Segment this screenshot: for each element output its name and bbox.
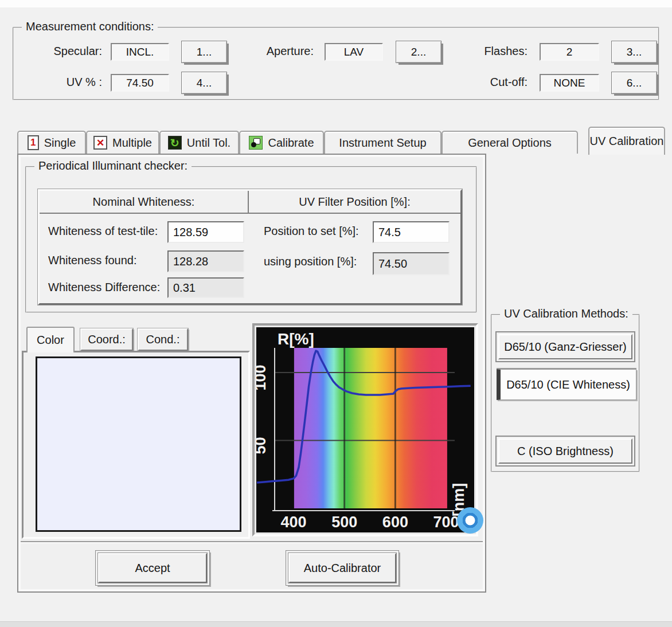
result-tab-cond-label: Cond.:: [146, 333, 180, 346]
tab-single[interactable]: 1 Single: [17, 131, 86, 154]
whiteness-found-label: Whiteness found:: [48, 254, 137, 267]
svg-text:50: 50: [256, 437, 269, 454]
aperture-value-field[interactable]: LAV: [325, 43, 383, 61]
spectral-chart: R[%]50100400500600700[nm]: [256, 327, 474, 532]
svg-text:600: 600: [382, 514, 408, 531]
column-nominal-whiteness: Nominal Whiteness:: [40, 195, 248, 209]
method-iso-brightness-frame: C (ISO Brightness): [495, 436, 635, 467]
whiteness-found-field: [167, 250, 244, 272]
single-measurement-icon: 1: [28, 135, 39, 150]
uv-percent-value-field[interactable]: 74.50: [111, 74, 169, 92]
accept-button[interactable]: Accept: [98, 553, 207, 583]
tab-general-options-label: General Options: [468, 136, 552, 150]
illuminant-checker-title: Periodical Illuminant checker:: [34, 159, 192, 173]
multiple-measurement-icon: ✕: [93, 136, 107, 150]
uv-percent-options-button[interactable]: 4...: [181, 72, 227, 94]
flashes-options-button[interactable]: 3...: [611, 41, 657, 63]
svg-text:400: 400: [280, 514, 306, 531]
specular-options-button[interactable]: 1...: [181, 41, 227, 63]
flashes-label: Flashes:: [462, 45, 528, 58]
result-tab-cond[interactable]: Cond.:: [138, 328, 188, 351]
tab-until-tol-label: Until Tol.: [187, 136, 230, 150]
color-swatch: [36, 356, 241, 532]
svg-text:500: 500: [331, 514, 357, 531]
accept-button-frame: Accept: [95, 550, 210, 586]
column-uv-filter-position: UV Filter Position [%]:: [249, 195, 460, 209]
method-cie-whiteness-button[interactable]: D65/10 (CIE Whiteness): [497, 369, 636, 400]
position-to-set-label: Position to set [%]:: [264, 225, 359, 238]
method-ganz-griesser-frame: D65/10 (Ganz-Griesser): [495, 331, 635, 362]
tab-general-options[interactable]: General Options: [442, 131, 578, 154]
cutoff-label: Cut-off:: [462, 76, 528, 89]
tab-instrument-setup[interactable]: Instrument Setup: [324, 131, 442, 154]
result-tab-coord-label: Coord.:: [88, 333, 126, 346]
tab-until-tol[interactable]: ↻ Until Tol.: [159, 131, 239, 154]
whiteness-difference-field: [167, 277, 244, 298]
whiteness-test-tile-input[interactable]: [167, 221, 244, 243]
method-ganz-griesser-button[interactable]: D65/10 (Ganz-Griesser): [498, 334, 632, 359]
using-position-label: using position [%]:: [264, 255, 357, 268]
tab-uv-calibration-label: UV Calibration: [590, 135, 664, 148]
touch-cursor-icon: [457, 507, 483, 534]
auto-calibrator-button-frame: Auto-Calibrator: [286, 550, 399, 586]
calibrate-icon: [249, 136, 263, 150]
specular-value-field[interactable]: INCL.: [111, 43, 169, 61]
result-tab-color-label: Color: [37, 334, 64, 347]
svg-text:100: 100: [256, 365, 269, 390]
tab-multiple-label: Multiple: [112, 136, 152, 150]
aperture-options-button[interactable]: 2...: [396, 41, 442, 63]
svg-text:R[%]: R[%]: [278, 330, 314, 348]
auto-calibrator-button[interactable]: Auto-Calibrator: [288, 553, 396, 583]
whiteness-difference-label: Whiteness Difference:: [48, 281, 160, 294]
uv-methods-title: UV Calibration Methods:: [500, 307, 632, 320]
measurement-conditions-title: Measurement conditions:: [22, 20, 158, 33]
color-swatch-panel: [22, 351, 250, 539]
spectral-chart-svg: R[%]50100400500600700[nm]: [256, 327, 474, 532]
aperture-label: Aperture:: [248, 45, 314, 58]
uv-calibration-window: { "measurement_conditions": { "title": "…: [0, 0, 672, 627]
cutoff-value-field[interactable]: NONE: [540, 74, 599, 92]
tab-single-label: Single: [44, 136, 76, 150]
flashes-value-field[interactable]: 2: [540, 43, 599, 61]
whiteness-test-tile-label: Whiteness of test-tile:: [48, 225, 158, 238]
result-tab-coord[interactable]: Coord.:: [80, 328, 133, 351]
uv-percent-label: UV % :: [34, 76, 102, 89]
result-tab-color[interactable]: Color: [26, 327, 75, 352]
specular-label: Specular:: [34, 45, 102, 58]
cutoff-options-button[interactable]: 6...: [611, 72, 657, 94]
tab-calibrate[interactable]: Calibrate: [239, 131, 324, 154]
method-iso-brightness-button[interactable]: C (ISO Brightness): [498, 438, 632, 464]
top-margin-strip: [0, 0, 672, 7]
actions-divider: [21, 541, 483, 543]
position-to-set-input[interactable]: [373, 221, 450, 243]
spectral-chart-frame: R[%]50100400500600700[nm]: [252, 323, 478, 536]
tab-uv-calibration[interactable]: UV Calibration: [588, 127, 665, 155]
tab-calibrate-label: Calibrate: [268, 136, 314, 150]
bottom-margin-strip: [0, 621, 672, 627]
tab-multiple[interactable]: ✕ Multiple: [86, 131, 159, 154]
using-position-field: [373, 252, 450, 275]
method-cie-whiteness-frame: D65/10 (CIE Whiteness): [497, 368, 636, 400]
until-tolerance-icon: ↻: [168, 136, 182, 150]
tab-instrument-setup-label: Instrument Setup: [339, 136, 426, 150]
calibrate-icon-dot: [251, 142, 256, 147]
